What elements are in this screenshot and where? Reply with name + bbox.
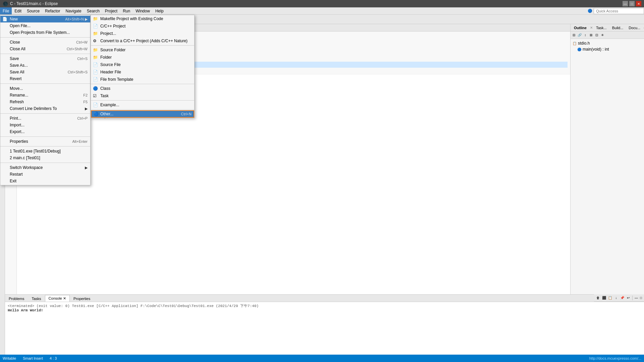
menu-search[interactable]: Search xyxy=(84,7,102,14)
menu-close-label: Close xyxy=(10,40,20,45)
submenu-other[interactable]: 🔵 Other... Ctrl+N xyxy=(91,110,194,118)
build-tab[interactable]: Build... xyxy=(610,25,626,31)
menu-properties[interactable]: Properties Alt+Enter xyxy=(0,138,90,145)
menu-save[interactable]: Save Ctrl+S xyxy=(0,55,90,62)
submenu-source-file[interactable]: 📄 Source File xyxy=(91,61,194,68)
console-toolbar: 🗑 ⬛ 📋 ↓ 📌 ↩ — □ xyxy=(594,294,644,302)
menu-restart[interactable]: Restart xyxy=(0,171,90,178)
menu-save-all[interactable]: Save All Ctrl+Shift+S xyxy=(0,69,90,75)
hide-fields-btn[interactable]: ⊞ xyxy=(588,33,594,38)
submenu-folder[interactable]: 📁 Folder xyxy=(91,54,194,61)
menu-close-all-label: Close All xyxy=(10,47,25,51)
submenu-source-folder[interactable]: 📁 Source Folder xyxy=(91,46,194,54)
hide-static-btn[interactable]: ⊡ xyxy=(594,33,599,38)
menu-navigate[interactable]: Navigate xyxy=(63,7,84,14)
docu-tab[interactable]: Docu... xyxy=(627,25,642,31)
menu-export[interactable]: Export... xyxy=(0,128,90,135)
bottom-tab-tasks[interactable]: Tasks xyxy=(28,295,45,302)
outline-item-stdio[interactable]: 📋 stdio.h xyxy=(572,40,643,46)
convert-arrow-icon: ▶ xyxy=(85,107,88,111)
menu-open-projects[interactable]: Open Projects from File System... xyxy=(0,29,90,36)
file-template-icon: 📄 xyxy=(93,77,98,82)
folder-icon: 📁 xyxy=(93,55,98,60)
bottom-tab-properties[interactable]: Properties xyxy=(70,295,94,302)
menu-export-label: Export... xyxy=(10,129,25,134)
console-scroll-btn[interactable]: ↓ xyxy=(613,295,619,301)
menu-print[interactable]: Print... Ctrl+P xyxy=(0,115,90,122)
bottom-tab-console[interactable]: Console ✕ xyxy=(45,295,70,302)
menu-close-all[interactable]: Close All Ctrl+Shift+W xyxy=(0,46,90,52)
menu-properties-label: Properties xyxy=(10,139,28,144)
menu-run[interactable]: Run xyxy=(120,7,133,14)
menu-switch-label: Switch Workspace xyxy=(10,165,43,170)
submenu-project[interactable]: 📁 Project... xyxy=(91,30,194,37)
submenu-class-label: Class xyxy=(100,86,110,91)
submenu-convert[interactable]: ⚙ Convert to a C/C++ Project (Adds C/C++… xyxy=(91,37,194,45)
submenu-example[interactable]: 📄 Example... xyxy=(91,101,194,109)
submenu-class[interactable]: 🔵 Class xyxy=(91,85,194,92)
bottom-tab-problems[interactable]: Problems xyxy=(5,295,28,302)
console-copy-btn[interactable]: 📋 xyxy=(607,295,613,301)
status-insert: Smart Insert xyxy=(23,356,43,360)
console-clear-btn[interactable]: 🗑 xyxy=(595,295,601,301)
title-bar-left: 🌑 C - Test01/main.c - Eclipse xyxy=(3,1,58,6)
menu-div-6 xyxy=(0,146,90,146)
menu-section-exit: Switch Workspace ▶ Restart Exit xyxy=(0,164,90,185)
title-bar-controls[interactable]: — □ ✕ xyxy=(623,1,641,6)
menu-switch-workspace[interactable]: Switch Workspace ▶ xyxy=(0,164,90,171)
menu-revert[interactable]: Revert xyxy=(0,75,90,82)
link-editor-btn[interactable]: 🔗 xyxy=(577,33,582,38)
console-wrap-btn[interactable]: ↩ xyxy=(626,295,631,301)
menu-edit[interactable]: Edit xyxy=(12,7,24,14)
status-link[interactable]: http://docs.mcuexpresso.com/... xyxy=(589,356,641,360)
menu-help[interactable]: Help xyxy=(153,7,166,14)
collapse-all-btn[interactable]: ⊟ xyxy=(571,33,577,38)
submenu-cpp-project[interactable]: 📄 C/C++ Project xyxy=(91,22,194,30)
menu-window[interactable]: Window xyxy=(133,7,153,14)
menu-refactor[interactable]: Refactor xyxy=(42,7,63,14)
console-min-icon[interactable]: — xyxy=(634,296,639,300)
task-icon: ☑ xyxy=(93,94,97,98)
minimize-button[interactable]: — xyxy=(623,1,628,6)
menu-import[interactable]: Import... xyxy=(0,122,90,128)
menu-exit[interactable]: Exit xyxy=(0,178,90,184)
console-max-icon[interactable]: □ xyxy=(639,296,643,300)
asterisk-btn[interactable]: ✳ xyxy=(600,33,605,38)
outline-item-main[interactable]: 🔵 main(void) : int xyxy=(572,46,643,52)
task-tab[interactable]: Task... xyxy=(594,25,609,31)
sort-btn[interactable]: ↕ xyxy=(583,33,588,38)
submenu-header-file-label: Header File xyxy=(100,70,121,74)
menu-open-file[interactable]: Open File... xyxy=(0,22,90,29)
menu-project[interactable]: Project xyxy=(102,7,120,14)
menu-source[interactable]: Source xyxy=(24,7,42,14)
submenu-convert-label: Convert to a C/C++ Project (Adds C/C++ N… xyxy=(100,39,187,43)
outline-tab[interactable]: Outline xyxy=(572,25,589,31)
menu-move[interactable]: Move... xyxy=(0,85,90,92)
submenu-header-file[interactable]: 📄 Header File xyxy=(91,68,194,76)
maximize-button[interactable]: □ xyxy=(629,1,635,6)
submenu-makefile[interactable]: 📁 Makefile Project with Existing Code xyxy=(91,15,194,22)
quick-access-input[interactable] xyxy=(594,8,644,14)
console-content: <terminated> (exit value: 0) Test01.exe … xyxy=(5,302,644,355)
file-menu-dropdown: 📄 New Alt+Shift+N ▶ Open File... Open Pr… xyxy=(0,15,91,185)
menu-close[interactable]: Close Ctrl+W xyxy=(0,39,90,46)
menu-div-5 xyxy=(0,136,90,137)
menu-refresh[interactable]: Refresh F5 xyxy=(0,99,90,105)
menu-save-as[interactable]: Save As... xyxy=(0,62,90,69)
menu-properties-shortcut: Alt+Enter xyxy=(72,139,88,143)
submenu-file-template[interactable]: 📄 File from Template xyxy=(91,76,194,83)
console-stop-btn[interactable]: ⬛ xyxy=(601,295,607,301)
menu-convert-delimiters[interactable]: Convert Line Delimiters To ▶ xyxy=(0,105,90,112)
menu-convert-label: Convert Line Delimiters To xyxy=(10,106,57,111)
menu-file[interactable]: File xyxy=(0,7,12,14)
menu-rename[interactable]: Rename... F2 xyxy=(0,92,90,99)
menu-recent-2[interactable]: 2 main.c [Test01] xyxy=(0,155,90,161)
menu-div-1 xyxy=(0,37,90,38)
menu-section-close: Close Ctrl+W Close All Ctrl+Shift+W xyxy=(0,38,90,53)
close-button[interactable]: ✕ xyxy=(636,1,641,6)
title-bar: 🌑 C - Test01/main.c - Eclipse — □ ✕ xyxy=(0,0,644,7)
submenu-task[interactable]: ☑ Task xyxy=(91,92,194,100)
menu-new[interactable]: 📄 New Alt+Shift+N ▶ xyxy=(0,16,90,22)
console-pin-btn[interactable]: 📌 xyxy=(620,295,625,301)
menu-recent-1[interactable]: 1 Test01.exe [Test01/Debug] xyxy=(0,148,90,155)
